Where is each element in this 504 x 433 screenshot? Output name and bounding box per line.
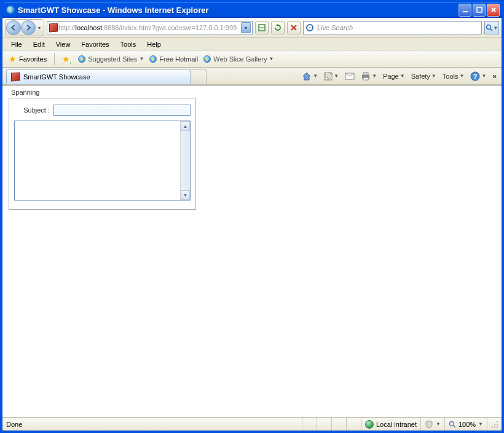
print-button[interactable]: ▼ <box>358 71 379 82</box>
page-content: Spanning Subject : ▲ ▼ <box>2 85 502 417</box>
feeds-button[interactable]: ▼ <box>321 71 341 82</box>
address-dropdown[interactable]: ▾ <box>241 22 251 33</box>
page-menu[interactable]: Page ▼ <box>380 71 408 81</box>
bing-icon <box>306 23 315 32</box>
tools-menu-label: Tools <box>443 73 459 80</box>
address-bar[interactable]: http://localhost:8888/index.html?gwt.cod… <box>47 21 253 34</box>
menu-view[interactable]: View <box>51 39 76 49</box>
refresh-button[interactable] <box>271 21 285 34</box>
chevron-down-icon: ▼ <box>269 56 274 62</box>
globe-icon <box>365 420 374 429</box>
help-button[interactable]: ? ▼ <box>468 70 489 82</box>
svg-rect-1 <box>477 7 482 12</box>
free-hotmail-label: Free Hotmail <box>159 55 198 63</box>
add-favorites-button[interactable]: ★ <box>60 53 73 65</box>
scroll-up-button[interactable]: ▲ <box>181 121 190 131</box>
status-cells: Local intranet ▼ 100% ▼ <box>302 418 502 431</box>
minimize-button[interactable] <box>459 4 471 17</box>
chevron-down-icon: ▼ <box>431 73 436 79</box>
web-slice-label: Web Slice Gallery <box>213 55 267 63</box>
maximize-button[interactable] <box>473 4 486 17</box>
search-box[interactable]: Live Search <box>303 21 482 34</box>
subject-input[interactable] <box>53 105 191 116</box>
svg-rect-0 <box>463 11 468 12</box>
status-text: Done <box>2 421 236 428</box>
star-plus-icon: ★ <box>62 54 70 64</box>
tab-favicon <box>10 72 20 82</box>
suggested-sites-link[interactable]: e Suggested Sites ▼ <box>77 55 144 63</box>
suggested-sites-label: Suggested Sites <box>88 55 137 63</box>
ie-page-icon: e <box>203 55 211 63</box>
printer-icon <box>361 72 371 81</box>
security-zone[interactable]: Local intranet <box>361 418 420 431</box>
forward-button[interactable] <box>21 20 36 35</box>
help-icon: ? <box>470 71 480 81</box>
home-button[interactable]: ▼ <box>299 70 320 82</box>
status-bar: Done Local intranet ▼ 100% ▼ <box>2 417 502 431</box>
status-cell-empty-3 <box>331 418 346 431</box>
svg-point-20 <box>449 421 454 426</box>
search-icon <box>486 24 493 31</box>
compat-view-button[interactable] <box>255 21 269 34</box>
nav-toolbar: ▾ http://localhost:8888/index.html?gwt.c… <box>2 18 502 38</box>
scroll-down-button[interactable]: ▼ <box>181 190 190 200</box>
read-mail-button[interactable] <box>342 71 357 81</box>
menu-tools[interactable]: Tools <box>116 39 141 49</box>
menu-file[interactable]: File <box>6 39 27 49</box>
favorites-bar: ★ Favorites ★ e Suggested Sites ▼ e Free… <box>2 50 502 68</box>
url-scheme: http:// <box>58 24 76 31</box>
menu-help[interactable]: Help <box>142 39 166 49</box>
tab-bar: SmartGWT Showcase ▼ ▼ ▼ <box>2 68 502 85</box>
minimize-icon <box>462 7 468 13</box>
web-slice-gallery-link[interactable]: e Web Slice Gallery ▼ <box>203 55 274 63</box>
tab-strip: SmartGWT Showcase <box>6 68 207 84</box>
chevron-down-icon: ▼ <box>481 73 486 79</box>
search-button[interactable]: ▼ <box>484 21 499 34</box>
zoom-control[interactable]: 100% ▼ <box>444 418 487 431</box>
svg-rect-17 <box>363 77 368 80</box>
subject-label: Subject : <box>14 106 50 114</box>
menu-edit[interactable]: Edit <box>28 39 50 49</box>
titlebar[interactable]: e SmartGWT Showcase - Windows Internet E… <box>2 2 502 18</box>
url-path: :8888/index.html?gwt.codesvr=127.0.0.1:9… <box>102 24 237 31</box>
chevron-down-icon: ▼ <box>459 73 464 79</box>
nav-history-dropdown[interactable]: ▾ <box>36 25 43 31</box>
mail-icon <box>345 73 355 80</box>
tab-title: SmartGWT Showcase <box>23 73 90 81</box>
back-button[interactable] <box>6 20 21 35</box>
url-host: localhost <box>76 24 102 31</box>
svg-point-24 <box>497 424 498 425</box>
favorites-button[interactable]: ★ Favorites <box>6 53 49 65</box>
stop-button[interactable] <box>287 21 301 34</box>
chevron-down-icon: ▼ <box>313 73 318 79</box>
window-title: SmartGWT Showcase - Windows Internet Exp… <box>18 6 459 15</box>
tab-active[interactable]: SmartGWT Showcase <box>6 70 191 84</box>
chevron-down-icon: ▼ <box>400 73 405 79</box>
form-panel: Subject : ▲ ▼ <box>9 98 196 210</box>
command-overflow-button[interactable]: » <box>490 72 499 81</box>
chevron-down-icon: ▼ <box>436 421 441 427</box>
message-textarea[interactable]: ▲ ▼ <box>14 121 191 201</box>
svg-point-22 <box>497 421 498 423</box>
favorites-label: Favorites <box>19 55 47 63</box>
safety-menu-label: Safety <box>411 73 430 80</box>
safety-menu[interactable]: Safety ▼ <box>409 71 439 81</box>
section-title: Spanning <box>11 89 40 96</box>
subject-row: Subject : <box>14 105 191 116</box>
status-cell-empty-1 <box>302 418 317 431</box>
textarea-scrollbar[interactable]: ▲ ▼ <box>180 121 190 200</box>
chevron-down-icon: ▼ <box>139 56 144 62</box>
close-button[interactable] <box>487 4 500 17</box>
nav-back-forward-group: ▾ <box>5 19 44 36</box>
search-placeholder: Live Search <box>317 24 353 31</box>
tools-menu[interactable]: Tools ▼ <box>440 71 467 81</box>
chevron-down-icon: ▼ <box>334 73 339 79</box>
svg-point-25 <box>492 426 493 427</box>
ie-page-icon: e <box>149 55 157 63</box>
arrow-right-icon <box>25 24 32 31</box>
protected-mode[interactable]: ▼ <box>420 418 444 431</box>
resize-grip[interactable] <box>487 418 502 431</box>
free-hotmail-link[interactable]: e Free Hotmail <box>149 55 198 63</box>
new-tab-button[interactable] <box>191 70 207 84</box>
menu-favorites[interactable]: Favorites <box>76 39 114 49</box>
